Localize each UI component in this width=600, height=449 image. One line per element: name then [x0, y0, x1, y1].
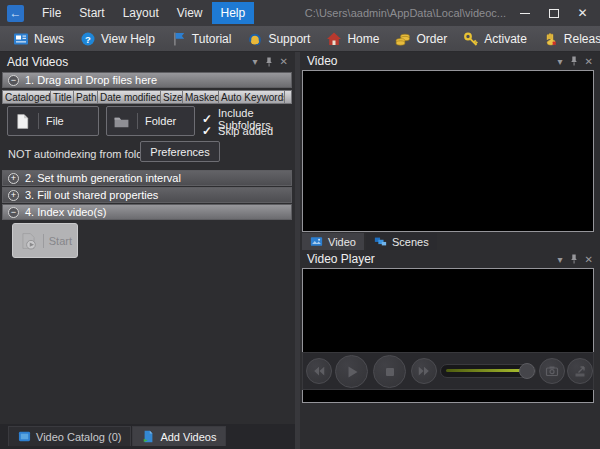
headset-icon — [247, 31, 263, 47]
tab-scenes-view[interactable]: Scenes — [366, 233, 437, 250]
skip-added-checkbox[interactable]: ✓ Skip added — [202, 124, 273, 138]
panel-close-icon[interactable]: ✕ — [585, 254, 593, 265]
tab-video-view[interactable]: Video — [302, 233, 364, 250]
start-video-icon — [18, 231, 38, 251]
volume-slider-track — [446, 369, 522, 372]
support-button[interactable]: Support — [239, 27, 318, 51]
menu-file[interactable]: File — [33, 2, 70, 24]
view-help-label: View Help — [101, 32, 155, 46]
pin-icon[interactable] — [570, 254, 578, 264]
rewind-button[interactable] — [306, 358, 332, 384]
minimize-button[interactable] — [510, 0, 539, 26]
panel-menu-icon[interactable]: ▾ — [558, 56, 563, 67]
fast-forward-icon — [417, 364, 431, 378]
preferences-button[interactable]: Preferences — [140, 141, 220, 162]
folder-button-label: Folder — [145, 115, 176, 127]
panel-close-icon[interactable]: ✕ — [280, 56, 288, 67]
video-catalog-icon — [18, 430, 31, 443]
coins-icon — [395, 31, 411, 47]
button-separator — [43, 234, 44, 248]
add-videos-panel-header: Add Videos ▾ ✕ — [0, 52, 295, 71]
collapse-icon[interactable]: − — [8, 207, 19, 218]
tab-scenes-view-label: Scenes — [392, 236, 429, 248]
news-label: News — [34, 32, 64, 46]
video-display-area — [302, 70, 594, 232]
title-bar: ← File Start Layout View Help C:\Users\a… — [0, 0, 600, 26]
maximize-icon — [549, 9, 559, 18]
app-icon[interactable]: ← — [7, 5, 24, 22]
view-help-button[interactable]: ? View Help — [72, 27, 163, 51]
pin-icon[interactable] — [265, 57, 273, 67]
close-button[interactable]: ✕ — [568, 0, 597, 26]
release-button[interactable]: Release — [535, 27, 600, 51]
column-filler — [285, 91, 291, 103]
expand-icon[interactable]: + — [8, 173, 19, 184]
section-index-videos[interactable]: − 4. Index video(s) — [2, 204, 292, 220]
column-auto-keywords[interactable]: Auto Keywords — [219, 91, 285, 103]
column-date-modified[interactable]: Date modified — [98, 91, 161, 103]
play-icon — [344, 364, 360, 380]
video-panel-header: Video ▾ ✕ — [300, 52, 600, 70]
expand-icon[interactable]: + — [8, 190, 19, 201]
menu-view[interactable]: View — [168, 2, 212, 24]
collapse-icon[interactable]: − — [8, 75, 19, 86]
app-window: ← File Start Layout View Help C:\Users\a… — [0, 0, 600, 449]
file-button[interactable]: File — [7, 106, 99, 136]
bottom-tab-bar: Video Catalog (0) Add Videos — [0, 424, 295, 449]
activate-button[interactable]: Activate — [455, 27, 535, 51]
maximize-button[interactable] — [539, 0, 568, 26]
section-shared-properties[interactable]: + 3. Fill out shared properties — [2, 187, 292, 203]
tab-add-videos[interactable]: Add Videos — [132, 426, 226, 446]
checkmark-icon: ✓ — [202, 124, 212, 138]
order-label: Order — [416, 32, 447, 46]
panel-menu-icon[interactable]: ▾ — [558, 254, 563, 265]
hand-stop-icon — [543, 31, 559, 47]
column-masked[interactable]: Masked — [183, 91, 219, 103]
column-size[interactable]: Size — [161, 91, 183, 103]
folder-button[interactable]: Folder — [106, 106, 195, 136]
tab-add-videos-label: Add Videos — [160, 431, 216, 443]
menu-help[interactable]: Help — [212, 2, 255, 24]
stop-button[interactable] — [373, 355, 406, 388]
menu-start[interactable]: Start — [70, 2, 113, 24]
section-index-videos-label: 4. Index video(s) — [25, 206, 106, 218]
video-panel-title: Video — [307, 54, 337, 68]
rewind-icon — [312, 364, 326, 378]
volume-slider-knob[interactable] — [519, 363, 535, 379]
scenes-icon — [374, 235, 387, 248]
start-button[interactable]: Start — [12, 223, 78, 258]
column-path[interactable]: Path — [74, 91, 98, 103]
snapshot-button[interactable] — [539, 358, 565, 384]
window-title-path: C:\Users\aadmin\AppData\Local\videoc... — [305, 7, 506, 19]
order-button[interactable]: Order — [387, 27, 455, 51]
add-videos-panel-title: Add Videos — [7, 55, 68, 69]
play-button[interactable] — [335, 355, 368, 388]
section-shared-properties-label: 3. Fill out shared properties — [25, 189, 158, 201]
export-button[interactable] — [567, 358, 593, 384]
menu-layout[interactable]: Layout — [114, 2, 168, 24]
section-drag-drop[interactable]: − 1. Drag and Drop files here — [2, 72, 292, 88]
section-thumb-interval[interactable]: + 2. Set thumb generation interval — [2, 170, 292, 186]
fast-forward-button[interactable] — [411, 358, 437, 384]
news-button[interactable]: News — [5, 27, 72, 51]
column-cataloged[interactable]: Cataloged — [3, 91, 51, 103]
release-label: Release — [564, 32, 600, 46]
tutorial-label: Tutorial — [192, 32, 232, 46]
tab-video-catalog-label: Video Catalog (0) — [36, 431, 121, 443]
video-frame-icon — [310, 235, 323, 248]
activate-label: Activate — [484, 32, 527, 46]
panel-menu-icon[interactable]: ▾ — [253, 56, 258, 67]
panel-close-icon[interactable]: ✕ — [585, 56, 593, 67]
tab-video-catalog[interactable]: Video Catalog (0) — [8, 426, 131, 446]
close-icon: ✕ — [577, 6, 587, 20]
player-controls-bar — [302, 352, 594, 390]
tab-video-view-label: Video — [328, 236, 356, 248]
add-videos-icon — [142, 430, 155, 443]
pin-icon[interactable] — [570, 56, 578, 66]
file-button-label: File — [46, 115, 64, 127]
stop-icon — [382, 364, 398, 380]
tutorial-button[interactable]: Tutorial — [163, 27, 240, 51]
column-title[interactable]: Title — [51, 91, 74, 103]
news-icon — [13, 31, 29, 47]
home-button[interactable]: Home — [318, 27, 387, 51]
